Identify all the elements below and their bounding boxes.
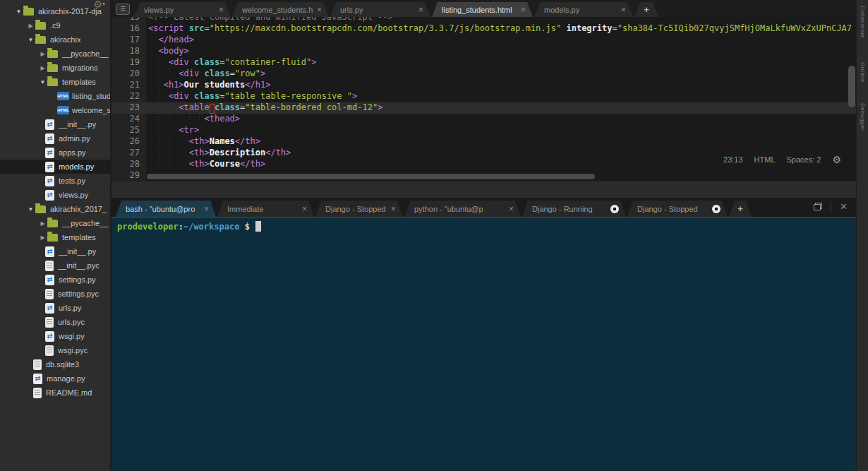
editor-tab-urls-py[interactable]: urls.py× — [330, 2, 430, 17]
tab-label: Django - Stopped — [325, 205, 387, 213]
tree-item-label: akirachix_2017_ — [50, 205, 107, 213]
right-panel-button-outline[interactable]: Outline — [860, 62, 866, 83]
tree-item-wsgi-pyc[interactable]: wsgi.pyc — [0, 343, 110, 357]
terminal-tab-bash-ubuntu-pro[interactable]: bash - "ubuntu@pro× — [116, 201, 216, 217]
line-number: 25 — [111, 125, 146, 136]
close-tab-icon[interactable]: × — [204, 204, 209, 214]
tree-item-akirachix[interactable]: ▼akirachix — [0, 32, 110, 47]
tree-item-urls-py[interactable]: ⇄urls.py — [0, 301, 110, 315]
editor-tab-models-py[interactable]: models.py× — [534, 2, 633, 17]
folder-icon — [23, 8, 34, 16]
right-panel-button-debugger[interactable]: Debugger — [860, 103, 866, 131]
tree-item--init-pyc[interactable]: __init__.pyc — [0, 258, 110, 273]
tab-label: Immediate — [227, 205, 298, 213]
tab-list-icon[interactable]: ☰ — [116, 4, 130, 15]
ide-window: ⚙▾ ▼akirachix-2017-dja▶.c9▼akirachix▶__p… — [0, 0, 868, 471]
editor-tab-welcome-students-h[interactable]: welcome_students.h× — [232, 2, 329, 17]
tree-item-urls-pyc[interactable]: urls.pyc — [0, 315, 110, 329]
process-status-icon[interactable] — [712, 205, 721, 213]
pane-splitter[interactable] — [111, 181, 856, 198]
close-tab-icon[interactable]: × — [509, 204, 514, 214]
tree-item-models-py[interactable]: ⇄models.py — [0, 160, 110, 174]
tree-item--init-py[interactable]: ⇄__init__.py — [0, 117, 110, 131]
code-line-26: <th>Names</th> — [146, 136, 856, 148]
new-tab-button[interactable]: + — [634, 2, 658, 17]
tree-item-apps-py[interactable]: ⇄apps.py — [0, 145, 110, 160]
vertical-scrollbar[interactable] — [848, 66, 855, 107]
tree-item-settings-pyc[interactable]: settings.pyc — [0, 287, 110, 301]
tree-settings-gear-icon[interactable]: ⚙▾ — [93, 0, 105, 10]
tree-item-label: db.sqlite3 — [46, 360, 79, 369]
cursor-position[interactable]: 23:13 — [723, 155, 743, 164]
indent-setting[interactable]: Spaces: 2 — [787, 155, 821, 164]
chevron-right-icon[interactable]: ▶ — [26, 23, 35, 29]
right-panel-strip: CollaborateOutlineDebugger — [856, 0, 868, 471]
code-line-21: <h1>Our students</h1> — [146, 80, 856, 91]
python-file-icon: ⇄ — [45, 176, 54, 186]
close-pane-icon[interactable]: ✕ — [840, 201, 848, 212]
horizontal-scrollbar[interactable] — [147, 174, 595, 179]
terminal-tab-immediate[interactable]: Immediate× — [217, 201, 314, 217]
process-status-icon[interactable] — [610, 205, 619, 213]
code-editor[interactable]: 151617181920212223242526272829 <!-- Late… — [111, 17, 856, 181]
close-tab-icon[interactable]: × — [418, 5, 423, 15]
terminal-tab-python-ubuntu-p[interactable]: python - "ubuntu@p× — [404, 201, 521, 217]
tree-item-views-py[interactable]: ⇄views.py — [0, 188, 110, 202]
tree-item-templates[interactable]: ▼templates — [0, 75, 110, 89]
tree-item-readme-md[interactable]: README.md — [0, 386, 110, 400]
tree-item--init-py[interactable]: ⇄__init__.py — [0, 244, 110, 258]
folder-icon — [35, 36, 46, 44]
chevron-down-icon[interactable]: ▼ — [26, 37, 35, 43]
close-tab-icon[interactable]: × — [302, 204, 307, 214]
close-tab-icon[interactable]: × — [219, 5, 224, 15]
terminal-tab-django-running[interactable]: Django - Running — [522, 201, 626, 217]
tree-item-admin-py[interactable]: ⇄admin.py — [0, 131, 110, 145]
tree-item-akirachix-2017-[interactable]: ▼akirachix_2017_ — [0, 202, 110, 216]
close-tab-icon[interactable]: × — [391, 204, 396, 214]
terminal-tab-django-stopped[interactable]: Django - Stopped× — [315, 201, 403, 217]
file-icon — [45, 261, 54, 271]
file-icon — [45, 317, 54, 328]
editor-tab-listing-students-html[interactable]: listing_students.html× — [432, 2, 533, 17]
editor-tab-bar: ☰ views.py×welcome_students.h×urls.py×li… — [111, 0, 856, 17]
tree-item-migrations[interactable]: ▶migrations — [0, 61, 110, 75]
chevron-right-icon[interactable]: ▶ — [38, 234, 47, 241]
close-tab-icon[interactable]: × — [621, 5, 626, 15]
tree-item-settings-py[interactable]: ⇄settings.py — [0, 273, 110, 287]
chevron-right-icon[interactable]: ▶ — [38, 220, 47, 227]
code-line-19: <div class="container-fluid"> — [146, 57, 856, 68]
tree-item-templates[interactable]: ▶templates — [0, 230, 110, 244]
editor-tab-views-py[interactable]: views.py× — [134, 2, 231, 17]
tree-item-welcome-students-html[interactable]: HTMLwelcome_students.html — [0, 103, 110, 117]
chevron-right-icon[interactable]: ▶ — [38, 51, 47, 57]
right-panel-button-collaborate[interactable]: Collaborate — [860, 6, 866, 38]
terminal[interactable]: prodeveloper:~/workspace $ — [111, 217, 856, 471]
close-tab-icon[interactable]: × — [317, 5, 322, 15]
chevron-down-icon[interactable]: ▼ — [26, 206, 35, 213]
line-number: 23 — [111, 102, 146, 114]
chevron-right-icon[interactable]: ▶ — [38, 65, 47, 71]
chevron-down-icon[interactable]: ▼ — [38, 79, 47, 85]
tree-item-label: urls.pyc — [58, 318, 85, 326]
terminal-tab-django-stopped[interactable]: Django - Stopped — [627, 201, 728, 217]
tree-item-label: .c9 — [50, 21, 61, 30]
tree-item-listing-students-html[interactable]: HTMLlisting_students.html — [0, 89, 110, 103]
tree-item--c9[interactable]: ▶.c9 — [0, 18, 110, 32]
editor-settings-gear-icon[interactable]: ⚙ — [832, 154, 841, 165]
file-icon — [45, 345, 54, 356]
new-terminal-button[interactable]: + — [729, 201, 752, 217]
close-tab-icon[interactable]: × — [521, 5, 526, 15]
tree-item--pycache-[interactable]: ▶__pycache__ — [0, 216, 110, 230]
tree-item-tests-py[interactable]: ⇄tests.py — [0, 174, 110, 188]
main-area: ☰ views.py×welcome_students.h×urls.py×li… — [111, 0, 868, 471]
tree-item-manage-py[interactable]: ⇄manage.py — [0, 371, 110, 386]
chevron-down-icon[interactable]: ▼ — [14, 8, 23, 15]
file-icon — [33, 388, 42, 398]
tree-item-db-sqlite3[interactable]: db.sqlite3 — [0, 357, 110, 371]
tree-item--pycache-[interactable]: ▶__pycache__ — [0, 47, 110, 61]
html-file-icon: HTML — [57, 106, 69, 114]
tree-item-wsgi-py[interactable]: ⇄wsgi.py — [0, 329, 110, 343]
syntax-mode[interactable]: HTML — [754, 155, 776, 164]
code-line-16: <script src="https://maxcdn.bootstrapcdn… — [146, 23, 856, 35]
restore-pane-icon[interactable] — [814, 203, 822, 210]
